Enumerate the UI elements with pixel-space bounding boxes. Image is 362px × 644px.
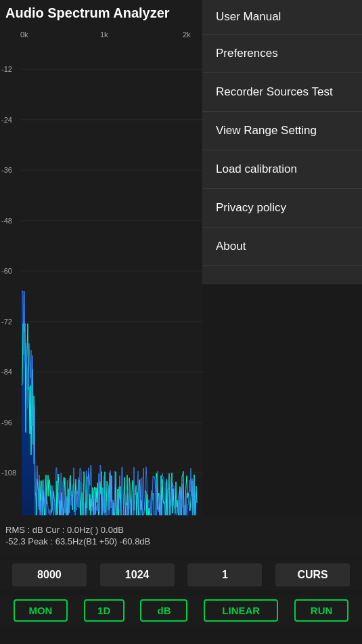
app-title: Audio Spectrum Analyzer: [5, 5, 170, 21]
menu-item-view-range-setting[interactable]: View Range Setting: [202, 112, 362, 150]
chart-area: Audio Spectrum Analyzer: [0, 0, 203, 555]
menu-item-preferences[interactable]: Preferences: [202, 35, 362, 73]
controls-row2: MON 1D dB LINEAR RUN: [0, 595, 362, 625]
sample-rate-btn[interactable]: 8000: [12, 563, 87, 586]
db-btn[interactable]: dB: [140, 599, 187, 622]
spectrum-canvas: [0, 0, 203, 555]
menu-item-load-calibration[interactable]: Load calibration: [202, 150, 362, 189]
1d-btn[interactable]: 1D: [84, 599, 125, 622]
menu-item-user-manual[interactable]: User Manual: [202, 0, 362, 35]
curs-btn[interactable]: CURS: [275, 563, 350, 586]
fft-size-btn[interactable]: 1024: [100, 563, 175, 586]
status-bar: RMS : dB Cur : 0.0Hz( ) 0.0dB -52.3 Peak…: [0, 515, 362, 556]
menu-item-privacy-policy[interactable]: Privacy policy: [202, 189, 362, 228]
mon-btn[interactable]: MON: [14, 599, 68, 622]
status-line1: RMS : dB Cur : 0.0Hz( ) 0.0dB: [5, 525, 357, 535]
menu-item-recorder-sources-test[interactable]: Recorder Sources Test: [202, 73, 362, 112]
run-btn[interactable]: RUN: [294, 599, 348, 622]
controls-row1: 8000 1024 1 CURS: [0, 560, 362, 590]
channel-btn[interactable]: 1: [187, 563, 262, 586]
menu-panel: User ManualPreferencesRecorder Sources T…: [202, 0, 362, 284]
menu-item-about[interactable]: About: [202, 228, 362, 266]
linear-btn[interactable]: LINEAR: [204, 599, 278, 622]
status-line2: -52.3 Peak : 63.5Hz(B1 +50) -60.8dB: [5, 536, 357, 546]
